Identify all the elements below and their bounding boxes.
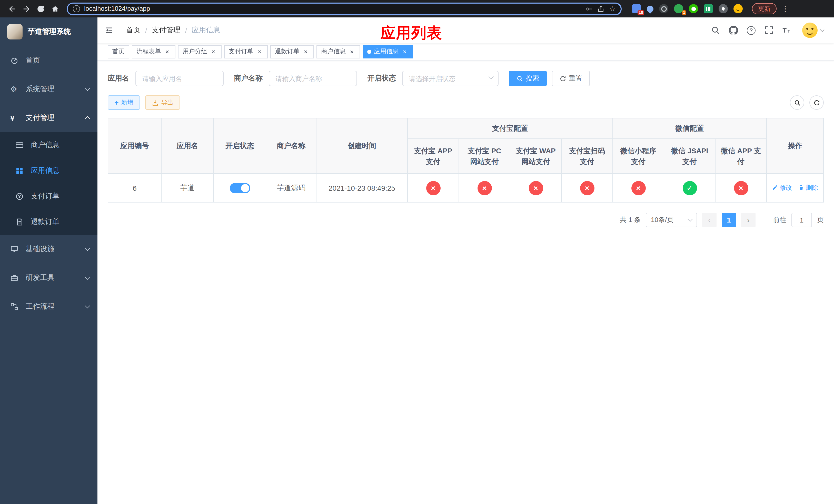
tab-app-info[interactable]: 应用信息× xyxy=(363,45,413,58)
refresh-icon xyxy=(559,75,566,82)
home-button[interactable] xyxy=(48,2,62,15)
extension-icon-face[interactable] xyxy=(733,4,743,13)
browser-update-button[interactable]: 更新 xyxy=(752,3,776,14)
export-button[interactable]: 导出 xyxy=(145,95,180,110)
tab-close-icon[interactable]: × xyxy=(302,48,309,55)
reload-button[interactable] xyxy=(34,2,47,15)
delete-button[interactable]: 删除 xyxy=(798,184,818,192)
tab-close-icon[interactable]: × xyxy=(401,48,408,55)
user-menu[interactable] xyxy=(802,23,824,38)
sidebar-item-home[interactable]: 首页 xyxy=(0,46,97,75)
sidebar-item-label: 商户信息 xyxy=(31,140,60,150)
chevron-up-icon xyxy=(86,115,89,120)
tab-close-icon[interactable]: × xyxy=(348,48,355,55)
tab-process-form[interactable]: 流程表单× xyxy=(132,45,175,58)
github-icon[interactable] xyxy=(729,26,738,35)
forward-icon xyxy=(22,4,30,13)
add-button[interactable]: + 新增 xyxy=(108,95,140,110)
delete-label: 删除 xyxy=(806,184,818,192)
search-icon[interactable] xyxy=(711,26,720,35)
page-1-button[interactable]: 1 xyxy=(722,213,736,227)
monitor-icon xyxy=(10,245,22,253)
forward-button[interactable] xyxy=(20,2,33,15)
dashboard-icon xyxy=(10,56,22,65)
extension-icon-drop[interactable] xyxy=(645,4,655,14)
extension-icon-ring[interactable] xyxy=(659,4,668,13)
tab-merchant-info[interactable]: 商户信息× xyxy=(316,45,360,58)
sidebar-item-label: 首页 xyxy=(26,56,40,65)
prev-page-button[interactable]: ‹ xyxy=(702,213,717,227)
status-select[interactable] xyxy=(402,71,499,86)
app-title: 芋道管理系统 xyxy=(28,27,71,37)
breadcrumb-home[interactable]: 首页 xyxy=(126,26,140,35)
tab-pay-orders[interactable]: 支付订单× xyxy=(224,45,268,58)
plus-icon: + xyxy=(114,99,118,106)
extension-icon-green[interactable]: 1 xyxy=(674,4,683,13)
help-icon[interactable]: ? xyxy=(747,26,755,35)
tab-home[interactable]: 首页 xyxy=(108,45,129,58)
download-icon xyxy=(152,99,158,106)
sidebar-item-system[interactable]: ⚙ 系统管理 xyxy=(0,75,97,104)
bookmark-star-icon[interactable]: ☆ xyxy=(609,5,615,12)
sidebar-item-workflow[interactable]: 工作流程 xyxy=(0,292,97,321)
sidebar-item-payment[interactable]: ¥ 支付管理 xyxy=(0,104,97,132)
breadcrumb-separator: / xyxy=(145,26,147,35)
tab-close-icon[interactable]: × xyxy=(163,48,171,55)
extension-icon-doc[interactable] xyxy=(704,4,713,13)
col-header-status: 开启状态 xyxy=(214,118,266,174)
sidebar-item-label: 支付订单 xyxy=(31,192,60,201)
sidebar-item-app-info[interactable]: 应用信息 xyxy=(0,158,97,184)
tab-close-icon[interactable]: × xyxy=(210,48,217,55)
sidebar-item-dev-tools[interactable]: 研发工具 xyxy=(0,264,97,292)
site-info-icon[interactable]: i xyxy=(73,5,80,12)
cell-created: 2021-10-23 08:49:25 xyxy=(316,174,408,202)
toggle-search-button[interactable] xyxy=(790,95,804,110)
merchant-name-input[interactable] xyxy=(269,71,357,86)
extension-icon-pin[interactable] xyxy=(719,4,728,13)
sidebar-item-merchant-info[interactable]: 商户信息 xyxy=(0,132,97,158)
col-header-alipay-app: 支付宝 APP 支付 xyxy=(408,139,459,174)
app-frame: 芋道管理系统 首页 ⚙ 系统管理 ¥ 支付管理 xyxy=(0,18,834,504)
password-key-icon[interactable] xyxy=(586,5,593,13)
goto-page-input[interactable] xyxy=(791,213,812,227)
address-bar[interactable]: i localhost:1024/pay/app ☆ xyxy=(67,2,622,15)
search-button[interactable]: 搜索 xyxy=(509,71,547,86)
chevron-down-icon xyxy=(86,305,89,307)
goto-unit: 页 xyxy=(817,215,824,225)
breadcrumb-separator: / xyxy=(185,26,187,35)
tab-user-group[interactable]: 用户分组× xyxy=(178,45,222,58)
sidebar-item-pay-orders[interactable]: 支付订单 xyxy=(0,184,97,209)
add-button-label: 新增 xyxy=(121,98,133,107)
extensions-area: 10 1 xyxy=(632,4,743,13)
breadcrumb-payment[interactable]: 支付管理 xyxy=(152,26,180,35)
avatar xyxy=(802,23,818,38)
sidebar-item-label: 应用信息 xyxy=(31,166,60,175)
enabled-switch[interactable] xyxy=(229,183,250,193)
browser-menu-icon[interactable]: ⋮ xyxy=(781,4,790,13)
reset-button[interactable]: 重置 xyxy=(552,71,590,86)
status-select-input[interactable] xyxy=(402,71,499,86)
browser-toolbar: i localhost:1024/pay/app ☆ 10 1 更新 ⋮ xyxy=(0,0,834,18)
gear-icon: ⚙ xyxy=(10,85,22,94)
edit-button[interactable]: 修改 xyxy=(772,184,792,192)
page-size-select[interactable]: 10条/页 xyxy=(646,213,697,227)
wechat-app-status-icon: × xyxy=(734,181,748,195)
tab-close-icon[interactable]: × xyxy=(256,48,263,55)
yen-icon: ¥ xyxy=(10,114,22,122)
refresh-table-button[interactable] xyxy=(809,95,824,110)
tab-refund-orders[interactable]: 退款订单× xyxy=(270,45,314,58)
fullscreen-icon[interactable] xyxy=(764,26,773,35)
alipay-qr-status-icon: × xyxy=(580,181,594,195)
share-icon[interactable] xyxy=(597,5,605,13)
extension-icon-grid[interactable]: 10 xyxy=(632,4,641,13)
font-size-icon[interactable]: TT xyxy=(782,26,791,35)
tab-label: 支付订单 xyxy=(229,47,254,56)
extension-icon-wechat[interactable] xyxy=(689,4,698,13)
sidebar-item-refund-orders[interactable]: 退款订单 xyxy=(0,209,97,235)
back-button[interactable] xyxy=(5,2,19,15)
app-name-input[interactable] xyxy=(135,71,224,86)
sidebar-item-infra[interactable]: 基础设施 xyxy=(0,235,97,264)
svg-text:T: T xyxy=(788,29,790,33)
next-page-button[interactable]: › xyxy=(741,213,755,227)
sidebar-toggle-button[interactable] xyxy=(97,18,121,43)
